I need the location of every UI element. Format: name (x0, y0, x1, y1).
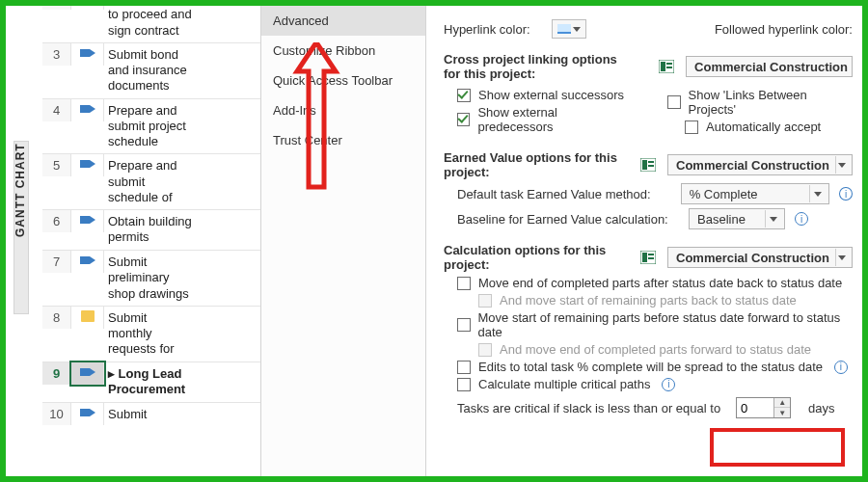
multi-critical-checkbox[interactable]: Calculate multiple critical pathsi (457, 377, 853, 391)
chevron-down-icon (838, 255, 846, 260)
step-down-icon[interactable]: ▼ (774, 408, 790, 417)
ev-default-method-select[interactable]: % Complete (681, 183, 830, 204)
project-icon (640, 158, 656, 172)
task-id-cell[interactable]: 7 (42, 251, 71, 273)
checkbox-icon (457, 378, 471, 391)
task-id-cell[interactable]: 9 (42, 362, 71, 385)
task-id-cell[interactable]: 8 (42, 307, 71, 329)
hyperlink-color-label: Hyperlink color: (444, 22, 530, 37)
svg-rect-12 (666, 67, 672, 68)
task-indicator-cell[interactable] (71, 403, 104, 425)
checkbox-icon (457, 318, 471, 332)
options-category-add-ins[interactable]: Add-Ins (261, 95, 425, 125)
ev-baseline-select[interactable]: Baseline (689, 208, 785, 229)
indent-icon (80, 254, 95, 266)
show-external-successors-checkbox[interactable]: Show external successors (457, 88, 629, 102)
task-indicator-cell[interactable] (71, 251, 104, 273)
options-category-quick-access-toolbar[interactable]: Quick Access Toolbar (261, 66, 425, 95)
task-name-cell[interactable]: ▸ Long LeadProcurement (104, 362, 264, 402)
task-row[interactable]: 3Submit bondand insurancedocuments (42, 42, 264, 98)
indent-icon (80, 47, 95, 59)
svg-rect-20 (648, 257, 654, 259)
task-indicator-cell[interactable] (71, 307, 104, 329)
show-links-between-checkbox[interactable]: Show 'Links Between Projects' (667, 88, 853, 117)
task-indicator-cell[interactable] (71, 154, 104, 176)
task-indicator-cell[interactable] (71, 0, 104, 10)
task-name-cell[interactable]: Prepare andsubmit projectschedule (104, 99, 264, 154)
step-up-icon[interactable]: ▲ (774, 398, 790, 408)
task-name-cell[interactable]: Submit (104, 403, 264, 426)
task-row[interactable]: 7Submitpreliminaryshop drawings (42, 250, 264, 306)
svg-rect-15 (648, 161, 654, 163)
earned-value-section-title: Earned Value options for this project: (444, 150, 617, 179)
cross-project-project-select[interactable]: Commercial Construction (686, 56, 853, 77)
checkbox-icon (478, 343, 492, 357)
task-row[interactable]: 5Prepare andsubmitschedule of (42, 153, 264, 209)
task-name-cell[interactable]: Submitpreliminaryshop drawings (104, 251, 264, 306)
indent-icon (80, 158, 95, 170)
task-name-cell[interactable]: Obtain buildingpermits (104, 210, 264, 250)
svg-rect-2 (80, 105, 90, 113)
info-icon[interactable]: i (795, 212, 808, 226)
svg-rect-0 (80, 0, 90, 1)
task-row[interactable]: 6Obtain buildingpermits (42, 209, 264, 250)
task-name-cell[interactable]: Prepare andsubmitschedule of (104, 154, 264, 209)
checkbox-icon (478, 294, 492, 308)
info-icon[interactable]: i (834, 361, 848, 374)
task-row[interactable]: 9▸ Long LeadProcurement (42, 362, 264, 402)
chevron-down-icon (838, 163, 846, 168)
calculation-project-select[interactable]: Commercial Construction (667, 247, 853, 268)
show-external-predecessors-checkbox[interactable]: Show external predecessors (457, 105, 629, 134)
task-indicator-cell[interactable] (71, 43, 104, 66)
task-id-cell[interactable]: 3 (42, 43, 71, 66)
svg-rect-1 (80, 49, 90, 57)
hyperlink-color-button[interactable] (552, 19, 586, 39)
note-icon (81, 310, 95, 322)
auto-accept-checkbox[interactable]: Automatically accept (685, 120, 853, 134)
checkbox-icon (457, 89, 471, 102)
annotation-highlight (710, 428, 845, 467)
task-row[interactable]: 2Receive noticeto proceed andsign contra… (42, 0, 264, 42)
task-indicator-cell[interactable] (71, 362, 104, 385)
gantt-chart-tab[interactable]: GANTT CHART (14, 141, 39, 334)
options-category-customize-ribbon[interactable]: Customize Ribbon (261, 36, 425, 66)
cross-project-section-title: Cross project linking options for this p… (444, 52, 636, 81)
svg-rect-7 (80, 409, 90, 416)
task-indicator-cell[interactable] (71, 210, 104, 232)
ev-baseline-label: Baseline for Earned Value calculation: (457, 212, 679, 227)
task-id-cell[interactable]: 10 (42, 403, 71, 425)
task-grid: 2Receive noticeto proceed andsign contra… (42, 0, 264, 442)
options-category-trust-center[interactable]: Trust Center (261, 125, 425, 155)
task-name-cell[interactable]: Receive noticeto proceed andsign contrac… (104, 0, 264, 42)
move-start-fwd-sub-checkbox: And move end of completed parts forward … (478, 342, 853, 357)
task-id-cell[interactable]: 4 (42, 99, 71, 121)
svg-rect-10 (661, 62, 665, 71)
task-indicator-cell[interactable] (71, 99, 104, 121)
task-id-cell[interactable]: 2 (42, 0, 71, 10)
indent-icon (80, 366, 95, 378)
checkbox-icon (667, 95, 681, 109)
task-id-cell[interactable]: 6 (42, 210, 71, 232)
task-name-cell[interactable]: Submitmonthlyrequests for (104, 307, 264, 362)
project-icon (640, 251, 656, 264)
svg-rect-6 (80, 368, 90, 376)
info-icon[interactable]: i (662, 378, 675, 391)
options-category-advanced[interactable]: Advanced (261, 6, 425, 36)
task-name-cell[interactable]: Submit bondand insurancedocuments (104, 43, 264, 98)
checkbox-icon (457, 361, 471, 374)
move-start-fwd-checkbox[interactable]: Move start of remaining parts before sta… (457, 310, 853, 339)
task-row[interactable]: 4Prepare andsubmit projectschedule (42, 98, 264, 154)
indent-icon (80, 103, 95, 115)
task-row[interactable]: 10Submit (42, 402, 264, 442)
slack-threshold-input[interactable]: ▲▼ (736, 397, 791, 418)
task-row[interactable]: 8Submitmonthlyrequests for (42, 306, 264, 362)
edits-spread-checkbox[interactable]: Edits to total task % complete will be s… (457, 360, 853, 374)
info-icon[interactable]: i (839, 187, 853, 201)
slack-threshold-label: Tasks are critical if slack is less than… (457, 401, 720, 415)
slack-unit-label: days (808, 401, 834, 415)
chevron-down-icon (814, 192, 822, 197)
options-category-menu: AdvancedCustomize RibbonQuick Access Too… (260, 6, 426, 476)
move-end-back-checkbox[interactable]: Move end of completed parts after status… (457, 276, 853, 290)
task-id-cell[interactable]: 5 (42, 154, 71, 176)
earned-value-project-select[interactable]: Commercial Construction (667, 154, 853, 175)
